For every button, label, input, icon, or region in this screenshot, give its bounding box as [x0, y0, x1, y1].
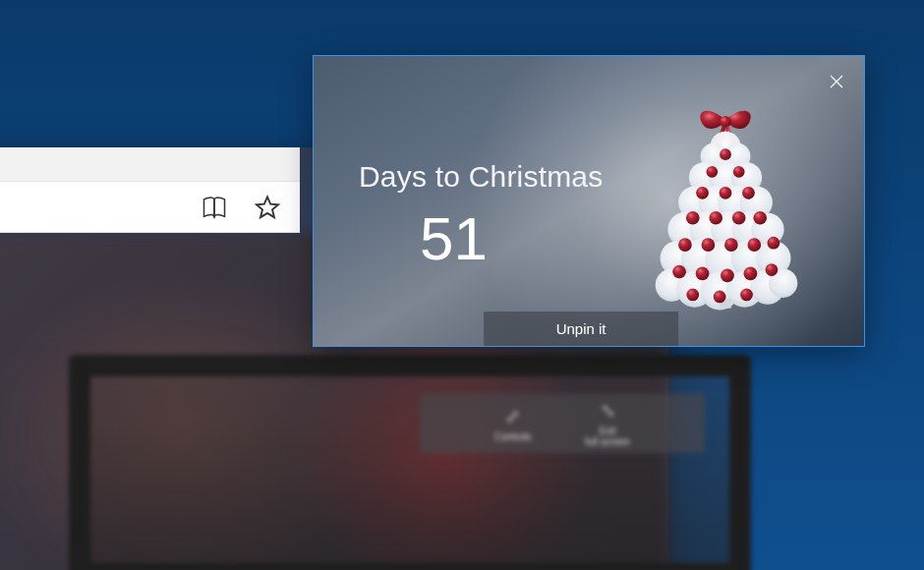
browser-toolbar: [0, 147, 300, 233]
svg-point-46: [744, 267, 758, 281]
svg-point-50: [740, 289, 753, 302]
svg-point-0: [720, 116, 731, 128]
controls-button[interactable]: ⤢ Controls: [494, 406, 531, 442]
svg-point-39: [702, 238, 716, 252]
exit-fullscreen-button[interactable]: ⤡ Exit full screen: [585, 400, 630, 447]
svg-point-48: [686, 289, 699, 302]
svg-point-35: [709, 211, 722, 225]
close-button[interactable]: [823, 68, 850, 95]
svg-point-34: [686, 211, 700, 225]
svg-point-44: [696, 267, 710, 281]
svg-point-33: [742, 187, 755, 200]
media-controls-bar: ⤢ Controls ⤡ Exit full screen: [420, 394, 705, 453]
christmas-tree-icon: [639, 99, 812, 314]
svg-point-31: [696, 187, 709, 200]
svg-point-47: [766, 263, 779, 276]
favorite-star-icon[interactable]: [253, 193, 282, 222]
svg-point-37: [753, 211, 767, 225]
svg-point-32: [720, 187, 732, 200]
svg-point-41: [747, 238, 761, 252]
svg-point-36: [732, 211, 746, 225]
svg-point-38: [678, 238, 692, 252]
svg-point-49: [714, 291, 726, 304]
svg-point-42: [768, 237, 780, 250]
svg-point-30: [733, 166, 745, 178]
countdown-widget: Days to Christmas 51: [313, 55, 865, 347]
address-bar[interactable]: [0, 181, 300, 233]
exit-fullscreen-label: Exit full screen: [585, 426, 630, 447]
svg-point-28: [720, 148, 731, 160]
unpin-button[interactable]: Unpin it: [484, 312, 678, 346]
svg-point-45: [721, 269, 734, 283]
countdown-number: 51: [420, 203, 488, 273]
svg-point-40: [724, 238, 738, 252]
exit-fullscreen-icon: ⤡: [601, 400, 615, 422]
countdown-title: Days to Christmas: [359, 160, 603, 194]
svg-point-43: [672, 265, 686, 279]
device-frame: ⤢ Controls ⤡ Exit full screen: [69, 355, 751, 570]
reading-view-icon[interactable]: [200, 193, 229, 222]
controls-icon: ⤢: [505, 406, 520, 428]
svg-point-29: [706, 166, 718, 178]
controls-label: Controls: [494, 431, 531, 442]
